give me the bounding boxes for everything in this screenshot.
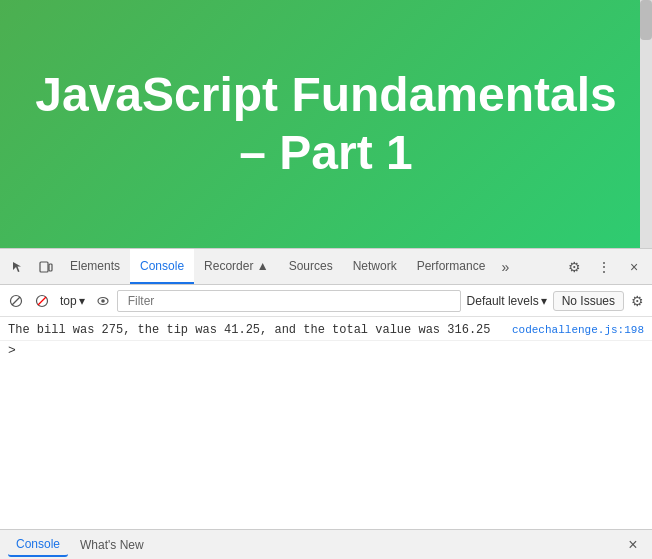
filter-icon[interactable] bbox=[30, 289, 54, 313]
svg-line-3 bbox=[12, 297, 20, 305]
clear-console-icon[interactable] bbox=[4, 289, 28, 313]
tab-console[interactable]: Console bbox=[130, 249, 194, 284]
scrollbar[interactable] bbox=[640, 0, 652, 248]
filter-input[interactable] bbox=[122, 290, 456, 312]
devtools-panel: Elements Console Recorder ▲ Sources Netw… bbox=[0, 248, 652, 559]
close-devtools-icon[interactable]: × bbox=[620, 253, 648, 281]
inspect-element-icon[interactable] bbox=[4, 253, 32, 281]
console-settings-icon[interactable]: ⚙ bbox=[626, 290, 648, 312]
filter-wrapper bbox=[117, 290, 461, 312]
tab-elements[interactable]: Elements bbox=[60, 249, 130, 284]
devtools-tab-bar: Elements Console Recorder ▲ Sources Netw… bbox=[0, 249, 652, 285]
console-output: The bill was 275, the tip was 41.25, and… bbox=[0, 317, 652, 529]
levels-selector[interactable]: Default levels ▾ bbox=[463, 292, 551, 310]
device-toolbar-icon[interactable] bbox=[32, 253, 60, 281]
bottom-bar-close-icon[interactable]: × bbox=[622, 534, 644, 556]
tab-actions: ⚙ ⋮ × bbox=[560, 253, 648, 281]
scrollbar-thumb[interactable] bbox=[640, 0, 652, 40]
tab-list: Elements Console Recorder ▲ Sources Netw… bbox=[60, 249, 560, 284]
tab-performance[interactable]: Performance bbox=[407, 249, 496, 284]
bottom-tab-whats-new[interactable]: What's New bbox=[72, 534, 152, 556]
settings-icon[interactable]: ⚙ bbox=[560, 253, 588, 281]
no-issues-button[interactable]: No Issues bbox=[553, 291, 624, 311]
console-prompt[interactable]: > bbox=[0, 341, 652, 360]
chevron-down-icon: ▾ bbox=[541, 294, 547, 308]
svg-rect-0 bbox=[40, 262, 48, 272]
console-toolbar: top ▾ Default levels ▾ No Issues ⚙ bbox=[0, 285, 652, 317]
svg-rect-1 bbox=[49, 264, 52, 271]
console-log-line: The bill was 275, the tip was 41.25, and… bbox=[0, 321, 652, 341]
eye-icon[interactable] bbox=[91, 289, 115, 313]
bottom-bar: Console What's New × bbox=[0, 529, 652, 559]
tab-network[interactable]: Network bbox=[343, 249, 407, 284]
context-selector[interactable]: top ▾ bbox=[56, 292, 89, 310]
tab-sources[interactable]: Sources bbox=[279, 249, 343, 284]
svg-point-7 bbox=[101, 299, 105, 303]
tabs-overflow-button[interactable]: » bbox=[495, 249, 515, 284]
tab-recorder[interactable]: Recorder ▲ bbox=[194, 249, 279, 284]
page-title: JavaScript Fundamentals – Part 1 bbox=[0, 66, 652, 181]
more-options-icon[interactable]: ⋮ bbox=[590, 253, 618, 281]
bottom-tab-console[interactable]: Console bbox=[8, 533, 68, 557]
svg-line-5 bbox=[38, 297, 46, 305]
hero-banner: JavaScript Fundamentals – Part 1 bbox=[0, 0, 652, 248]
console-source-link[interactable]: codechallenge.js:198 bbox=[512, 324, 644, 336]
chevron-down-icon: ▾ bbox=[79, 294, 85, 308]
